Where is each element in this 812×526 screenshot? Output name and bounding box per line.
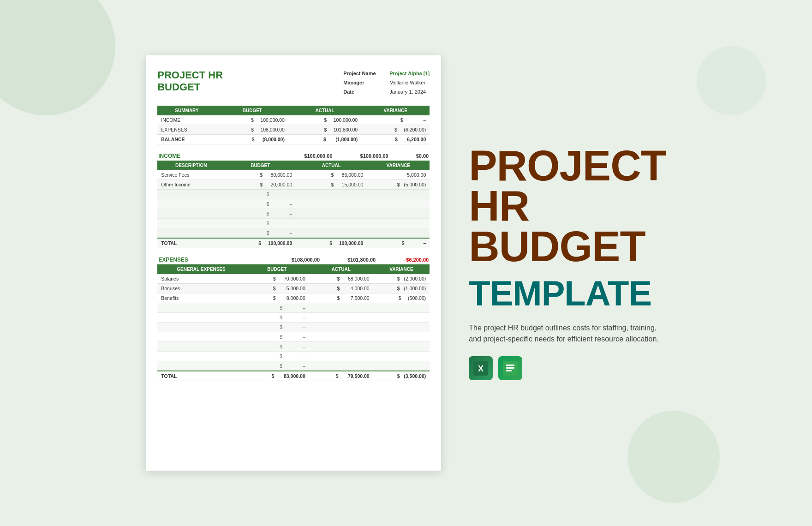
meta-date-label: Date — [343, 88, 380, 97]
expenses-col-actual: ACTUAL — [309, 264, 373, 274]
service-fees-desc: Service Fees — [157, 170, 225, 180]
right-panel: PROJECT HR BUDGET TEMPLATE The project H… — [469, 146, 666, 380]
income-total-row: TOTAL $ 100,000.00 $ 100,000.00 $ – — [157, 238, 430, 248]
summary-row-expenses: EXPENSES $ 108,000.00 $ 101,800.00 $ (6,… — [157, 125, 430, 135]
summary-col-summary: SUMMARY — [157, 106, 216, 115]
income-actual-total: $100,000.00 — [360, 153, 388, 159]
income-row-other: Other Income $ 20,000.00 $ 15,000.00 $ (… — [157, 180, 430, 190]
benefits-actual: $ 7,500.00 — [309, 293, 373, 303]
income-empty-row-3: $ – — [157, 209, 430, 219]
expenses-total-actual: $ 79,500.00 — [309, 371, 373, 381]
other-income-budget: $ 20,000.00 — [225, 180, 296, 190]
icons-row: X — [469, 356, 666, 380]
excel-svg: X — [473, 361, 488, 376]
income-variance-total: $0.00 — [416, 153, 429, 159]
income-row-service-fees: Service Fees $ 80,000.00 $ 85,000.00 5,0… — [157, 170, 430, 180]
bonuses-actual: $ 4,000.00 — [309, 284, 373, 293]
expenses-empty-row-5: $ – — [157, 342, 430, 352]
doc-meta: Project Name Project Alpha [1] Manager M… — [343, 69, 430, 96]
expenses-variance-total: –$6,200.00 — [403, 257, 429, 263]
service-fees-actual: $ 85,000.00 — [296, 170, 367, 180]
income-total-label: TOTAL — [157, 238, 225, 248]
summary-table: SUMMARY BUDGET ACTUAL VARIANCE INCOME $ … — [157, 106, 430, 144]
title-line2: HR — [469, 186, 666, 226]
service-fees-variance: 5,000.00 — [367, 170, 430, 180]
salaries-actual: $ 68,000.00 — [309, 274, 373, 284]
expenses-col-variance: VARIANCE — [373, 264, 430, 274]
expenses-empty-row-7: $ – — [157, 361, 430, 371]
income-table: DESCRIPTION BUDGET ACTUAL VARIANCE Servi… — [157, 161, 430, 248]
summary-expenses-variance: $ (6,200.00) — [361, 125, 430, 135]
expenses-budget-total: $108,000.00 — [292, 257, 320, 263]
income-total-budget: $ 100,000.00 — [225, 238, 296, 248]
expenses-total-row: TOTAL $ 83,000.00 $ 79,500.00 $ (3,500.0… — [157, 371, 430, 381]
other-income-desc: Other Income — [157, 180, 225, 190]
income-empty-row-1: $ – — [157, 190, 430, 199]
meta-date-value: January 1, 2024 — [389, 88, 426, 97]
expenses-col-budget: BUDGET — [245, 264, 309, 274]
excel-icon: X — [469, 356, 493, 380]
summary-income-label: INCOME — [157, 115, 216, 125]
meta-manager-value: Mellanie Walker — [389, 78, 425, 88]
expenses-row-benefits: Benefits $ 8,000.00 $ 7,500.00 $ (500.00… — [157, 293, 430, 303]
summary-col-variance: VARIANCE — [361, 106, 430, 115]
summary-expenses-budget: $ 108,000.00 — [216, 125, 288, 135]
summary-balance-label: BALANCE — [157, 135, 216, 144]
salaries-desc: Salaries — [157, 274, 245, 284]
summary-header-row: SUMMARY BUDGET ACTUAL VARIANCE — [157, 106, 430, 115]
income-col-budget: BUDGET — [225, 161, 296, 170]
expenses-total-budget: $ 83,000.00 — [245, 371, 309, 381]
benefits-budget: $ 8,000.00 — [245, 293, 309, 303]
expenses-total-variance: $ (3,500.00) — [373, 371, 430, 381]
big-title: PROJECT HR BUDGET — [469, 146, 666, 267]
income-col-variance: VARIANCE — [367, 161, 430, 170]
svg-rect-4 — [506, 367, 514, 369]
summary-col-budget: BUDGET — [216, 106, 288, 115]
expenses-empty-row-6: $ – — [157, 352, 430, 361]
doc-header: PROJECT HR BUDGET Project Name Project A… — [157, 69, 430, 96]
big-subtitle: TEMPLATE — [469, 276, 666, 311]
service-fees-budget: $ 80,000.00 — [225, 170, 296, 180]
other-income-variance: $ (5,000.00) — [367, 180, 430, 190]
summary-col-actual: ACTUAL — [288, 106, 361, 115]
summary-income-variance: $ – — [361, 115, 430, 125]
expenses-empty-row-1: $ – — [157, 303, 430, 313]
salaries-budget: $ 70,000.00 — [245, 274, 309, 284]
income-header-row: DESCRIPTION BUDGET ACTUAL VARIANCE — [157, 161, 430, 170]
meta-project-value: Project Alpha [1] — [389, 69, 430, 78]
income-section-header: INCOME $100,000.00 $100,000.00 $0.00 — [157, 153, 430, 159]
page-container: PROJECT HR BUDGET Project Name Project A… — [146, 55, 666, 471]
income-empty-row-4: $ – — [157, 219, 430, 228]
summary-balance-variance: $ 6,200.00 — [361, 135, 430, 144]
summary-balance-budget: $ (8,000.00) — [216, 135, 288, 144]
income-totals: $100,000.00 $100,000.00 $0.00 — [304, 153, 429, 159]
expenses-totals: $108,000.00 $101,800.00 –$6,200.00 — [292, 257, 429, 263]
summary-income-actual: $ 100,000.00 — [288, 115, 361, 125]
bonuses-variance: $ (1,000.00) — [373, 284, 430, 293]
expenses-label: EXPENSES — [158, 257, 188, 263]
income-col-desc: DESCRIPTION — [157, 161, 225, 170]
summary-balance-actual: $ (1,800.00) — [288, 135, 361, 144]
expenses-actual-total: $101,800.00 — [347, 257, 376, 263]
income-total-actual: $ 100,000.00 — [296, 238, 367, 248]
benefits-variance: $ (500.00) — [373, 293, 430, 303]
summary-income-budget: $ 100,000.00 — [216, 115, 288, 125]
income-empty-row-5: $ – — [157, 228, 430, 239]
title-line1: PROJECT — [469, 146, 666, 186]
description-text: The project HR budget outlines costs for… — [469, 323, 663, 345]
sheets-svg — [503, 361, 518, 376]
income-label: INCOME — [158, 153, 180, 159]
income-col-actual: ACTUAL — [296, 161, 367, 170]
summary-expenses-actual: $ 101,800.00 — [288, 125, 361, 135]
svg-rect-3 — [506, 365, 514, 366]
expenses-header-row: GENERAL EXPENSES BUDGET ACTUAL VARIANCE — [157, 264, 430, 274]
expenses-table: GENERAL EXPENSES BUDGET ACTUAL VARIANCE … — [157, 264, 430, 381]
expenses-row-salaries: Salaries $ 70,000.00 $ 68,000.00 $ (2,00… — [157, 274, 430, 284]
google-sheets-icon — [498, 356, 522, 380]
expenses-empty-row-3: $ – — [157, 323, 430, 332]
bonuses-desc: Bonuses — [157, 284, 245, 293]
other-income-actual: $ 15,000.00 — [296, 180, 367, 190]
svg-rect-5 — [506, 370, 512, 371]
expenses-empty-row-2: $ – — [157, 313, 430, 323]
summary-row-balance: BALANCE $ (8,000.00) $ (1,800.00) $ 6,20… — [157, 135, 430, 144]
